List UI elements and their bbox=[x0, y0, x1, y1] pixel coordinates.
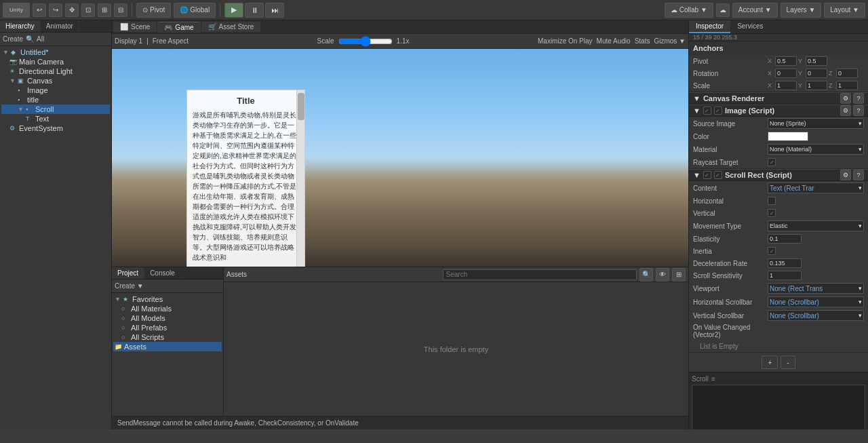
eye-icon[interactable]: 👁 bbox=[656, 268, 669, 282]
tab-scene[interactable]: ⬜ Scene bbox=[113, 22, 157, 32]
create-label[interactable]: Create bbox=[3, 35, 23, 43]
play-button[interactable]: ▶ bbox=[224, 3, 243, 18]
tree-fav-models[interactable]: ○ All Models bbox=[113, 313, 222, 323]
pivot-x-input[interactable] bbox=[775, 56, 797, 66]
cloud-icon2[interactable]: ☁ bbox=[716, 3, 730, 17]
source-image-select[interactable]: None (Sprite) ▾ bbox=[768, 118, 864, 129]
tree-item-image[interactable]: ▪ Image bbox=[1, 85, 110, 95]
raycast-checkbox[interactable] bbox=[768, 158, 776, 166]
mute-btn[interactable]: Mute Audio bbox=[597, 37, 631, 45]
rect-icon[interactable]: ⊡ bbox=[81, 3, 95, 17]
tree-item-title[interactable]: ▪ title bbox=[1, 95, 110, 104]
deceleration-input[interactable] bbox=[768, 258, 802, 268]
tab-services[interactable]: Services bbox=[730, 20, 770, 33]
scroll-rect-header[interactable]: ▼ Scroll Rect (Script) ⚙ ? bbox=[689, 169, 868, 181]
pivot-button[interactable]: ⊙ Pivot bbox=[136, 3, 171, 18]
display-label[interactable]: Display 1 bbox=[115, 37, 142, 45]
search-input[interactable] bbox=[443, 269, 637, 280]
tab-asset-store[interactable]: 🛒 Asset Store bbox=[201, 22, 261, 32]
tree-fav-prefabs[interactable]: ○ All Prefabs bbox=[113, 323, 222, 332]
horizontal-row: Horizontal bbox=[689, 195, 868, 207]
scale-z-input[interactable] bbox=[836, 81, 858, 90]
scroll-sensitivity-input[interactable] bbox=[768, 271, 802, 280]
rot-y-input[interactable] bbox=[806, 69, 827, 78]
create-project-btn[interactable]: Create ▼ bbox=[115, 282, 144, 290]
tree-fav-scripts[interactable]: ○ All Scripts bbox=[113, 332, 222, 342]
scroll-enable-checkbox[interactable] bbox=[703, 171, 711, 179]
pivot-y-input[interactable] bbox=[806, 56, 827, 66]
tab-game[interactable]: 🎮 Game bbox=[157, 22, 200, 33]
tree-item-text[interactable]: T Text bbox=[1, 114, 110, 123]
all-label[interactable]: All bbox=[37, 35, 44, 43]
move-icon[interactable]: ⊞ bbox=[98, 3, 111, 17]
filter-icon[interactable]: ⊞ bbox=[672, 268, 686, 282]
image-enable-checkbox[interactable] bbox=[703, 107, 711, 115]
scroll-thumb[interactable] bbox=[298, 93, 304, 120]
account-button[interactable]: Account ▼ bbox=[732, 3, 778, 18]
collab-button[interactable]: ☁ Collab ▼ bbox=[665, 3, 713, 18]
tab-inspector[interactable]: Inspector bbox=[689, 20, 730, 33]
rot-z-input[interactable] bbox=[836, 69, 858, 78]
tab-hierarchy[interactable]: Hierarchy bbox=[0, 20, 41, 32]
inertia-checkbox[interactable] bbox=[768, 247, 776, 255]
step-button[interactable]: ⏭ bbox=[265, 3, 284, 18]
layout-button[interactable]: Layout ▼ bbox=[824, 3, 865, 18]
h-scrollbar-select[interactable]: None (Scrollbar) ▾ bbox=[768, 296, 864, 307]
comp-settings-icon[interactable]: ⚙ bbox=[840, 93, 851, 104]
tree-item-light[interactable]: ☀ Directional Light bbox=[1, 66, 110, 76]
rot-x-input[interactable] bbox=[775, 69, 797, 78]
tree-assets[interactable]: 📁 Assets bbox=[113, 342, 222, 351]
v-scrollbar-select[interactable]: None (Scrollbar) ▾ bbox=[768, 310, 864, 321]
tree-favorites[interactable]: ▼ ★ Favorites bbox=[113, 294, 222, 304]
tab-animator[interactable]: Animator bbox=[41, 20, 79, 32]
tree-item-eventsystem[interactable]: ⚙ EventSystem bbox=[1, 123, 110, 133]
scroll-handle[interactable] bbox=[296, 90, 304, 267]
scale-slider[interactable] bbox=[338, 38, 393, 45]
vertical-checkbox[interactable] bbox=[768, 209, 776, 217]
tree-item-untitled[interactable]: ▼ ◆ Untitled* bbox=[1, 47, 110, 57]
layers-button[interactable]: Layers ▼ bbox=[781, 3, 822, 18]
horizontal-checkbox[interactable] bbox=[768, 197, 776, 205]
maximize-btn[interactable]: Maximize On Play bbox=[538, 37, 593, 45]
aspect-label[interactable]: Free Aspect bbox=[153, 37, 189, 45]
tree-item-camera[interactable]: 📷 Main Camera bbox=[1, 57, 110, 66]
tab-project[interactable]: Project bbox=[112, 267, 144, 279]
tab-console[interactable]: Console bbox=[144, 267, 181, 279]
canvas-renderer-header[interactable]: ▼ Canvas Renderer ⚙ ? bbox=[689, 92, 868, 104]
tree-fav-materials[interactable]: ○ All Materials bbox=[113, 304, 222, 313]
bottom-panels: Project Console Create ▼ ▼ ★ Favorites ○… bbox=[112, 267, 688, 416]
tree-item-scroll[interactable]: ▼ ▪ Scroll bbox=[1, 104, 110, 114]
scale-x-input[interactable] bbox=[775, 81, 797, 90]
elasticity-input[interactable] bbox=[768, 234, 802, 244]
anchors-header[interactable]: Anchors bbox=[689, 41, 868, 55]
img-settings-icon[interactable]: ⚙ bbox=[840, 105, 851, 116]
remove-component-btn[interactable]: - bbox=[781, 355, 795, 369]
scale-y-input[interactable] bbox=[806, 81, 827, 90]
color-swatch[interactable] bbox=[768, 132, 808, 141]
tree-item-canvas[interactable]: ▼ ▣ Canvas bbox=[1, 76, 110, 85]
gizmos-btn[interactable]: Gizmos ▼ bbox=[654, 37, 686, 45]
scroll-check2[interactable] bbox=[714, 171, 722, 179]
movement-select[interactable]: Elastic ▾ bbox=[768, 220, 864, 231]
content-select[interactable]: Text (Rect Trar ▾ bbox=[768, 182, 864, 193]
viewport-select[interactable]: None (Rect Trans ▾ bbox=[768, 283, 864, 294]
sep: | bbox=[146, 37, 149, 45]
image-check2[interactable] bbox=[714, 107, 722, 115]
image-script-header[interactable]: ▼ Image (Script) ⚙ ? bbox=[689, 104, 868, 117]
img-help-icon[interactable]: ? bbox=[853, 105, 864, 116]
scroll-help-icon[interactable]: ? bbox=[853, 170, 864, 180]
add-component-btn[interactable]: + bbox=[762, 355, 778, 369]
stats-btn[interactable]: Stats bbox=[635, 37, 650, 45]
scale-icon[interactable]: ⊟ bbox=[114, 3, 127, 17]
search-icon[interactable]: 🔍 bbox=[639, 268, 653, 282]
global-button[interactable]: 🌐 Global bbox=[174, 3, 216, 18]
circle-icon3: ○ bbox=[121, 324, 130, 331]
undo-icon[interactable]: ↩ bbox=[33, 3, 46, 17]
redo-icon[interactable]: ↪ bbox=[49, 3, 62, 17]
transform-icon[interactable]: ✥ bbox=[65, 3, 79, 17]
scroll-settings-icon[interactable]: ⚙ bbox=[840, 170, 851, 180]
pause-button[interactable]: ⏸ bbox=[245, 3, 264, 18]
material-select[interactable]: None (Material) ▾ bbox=[768, 144, 864, 155]
tree-label: Text bbox=[35, 115, 49, 123]
comp-help-icon[interactable]: ? bbox=[853, 93, 864, 104]
